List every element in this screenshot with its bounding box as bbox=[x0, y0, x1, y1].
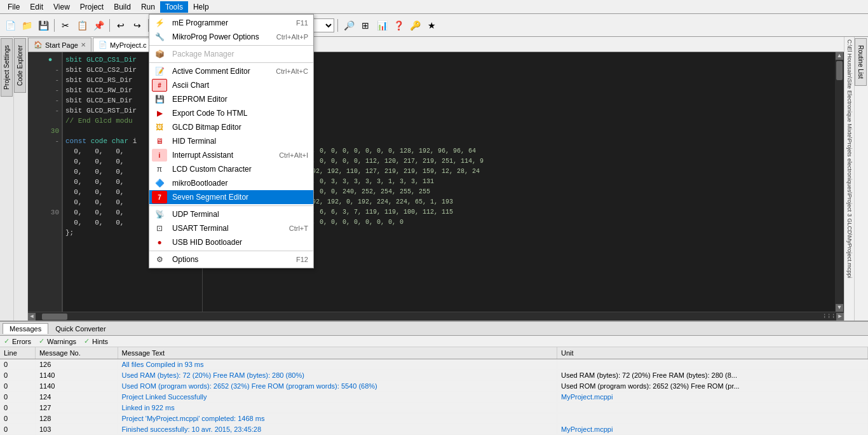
menu-item-hid-terminal[interactable]: 🖥 HID Terminal bbox=[149, 134, 313, 148]
me-programmer-label: mE Programmer bbox=[172, 18, 228, 27]
glcd-bitmap-label: GLCD Bitmap Editor bbox=[172, 123, 241, 132]
seven-segment-icon: 7 bbox=[152, 191, 167, 204]
menu-item-package-manager: 📦 Package Manager bbox=[149, 47, 313, 61]
hid-terminal-icon: 🖥 bbox=[152, 135, 167, 148]
eeprom-editor-label: EEPROM Editor bbox=[172, 95, 227, 104]
menu-item-udp-terminal[interactable]: 📡 UDP Terminal bbox=[149, 207, 313, 221]
ascii-chart-label: Ascii Chart bbox=[172, 81, 209, 90]
mikroprog-options-shortcut: Ctrl+Alt+P bbox=[276, 33, 308, 41]
usart-terminal-icon: ⊡ bbox=[152, 222, 167, 235]
menu-separator bbox=[149, 62, 313, 63]
menu-separator bbox=[149, 45, 313, 46]
active-comment-label: Active Comment Editor bbox=[172, 67, 250, 76]
interrupt-assistant-icon: i bbox=[152, 149, 167, 162]
menu-item-lcd-custom[interactable]: π LCD Custom Character bbox=[149, 162, 313, 176]
glcd-bitmap-icon: 🖼 bbox=[152, 121, 167, 134]
menu-item-usart-terminal[interactable]: ⊡ USART Terminal Ctrl+T bbox=[149, 221, 313, 235]
mikroprog-options-icon: 🔧 bbox=[152, 31, 167, 43]
menu-item-interrupt-assistant[interactable]: i Interrupt Assistant Ctrl+Alt+I bbox=[149, 148, 313, 162]
mikroprog-options-label: MikroProg Power Options bbox=[172, 32, 259, 41]
lcd-custom-label: LCD Custom Character bbox=[172, 165, 252, 174]
menu-item-active-comment[interactable]: 📝 Active Comment Editor Ctrl+Alt+C bbox=[149, 64, 313, 78]
usb-hid-bootloader-label: USB HID Bootloader bbox=[172, 238, 242, 247]
active-comment-icon: 📝 bbox=[152, 65, 167, 78]
tools-dropdown-menu: ⚡ mE Programmer F11 🔧 MikroProg Power Op… bbox=[149, 14, 314, 268]
hid-terminal-label: HID Terminal bbox=[172, 137, 216, 146]
eeprom-editor-icon: 💾 bbox=[152, 93, 167, 106]
interrupt-assistant-shortcut: Ctrl+Alt+I bbox=[279, 151, 308, 159]
menu-item-export-html[interactable]: ▶ Export Code To HTML bbox=[149, 106, 313, 120]
udp-terminal-icon: 📡 bbox=[152, 208, 167, 221]
usart-terminal-shortcut: Ctrl+T bbox=[289, 224, 308, 232]
usb-hid-bootloader-icon: ● bbox=[152, 236, 167, 249]
menu-item-options[interactable]: ⚙ Options F12 bbox=[149, 252, 313, 266]
menu-item-mikrobootloader[interactable]: 🔷 mikroBootloader bbox=[149, 176, 313, 190]
ascii-chart-icon: # bbox=[152, 79, 167, 92]
menu-item-eeprom-editor[interactable]: 💾 EEPROM Editor bbox=[149, 92, 313, 106]
lcd-custom-icon: π bbox=[152, 163, 167, 176]
options-label: Options bbox=[172, 255, 198, 264]
seven-segment-label: Seven Segment Editor bbox=[172, 193, 248, 202]
package-manager-label: Package Manager bbox=[172, 50, 234, 59]
mikrobootloader-icon: 🔷 bbox=[152, 177, 167, 190]
udp-terminal-label: UDP Terminal bbox=[172, 210, 219, 219]
active-comment-shortcut: Ctrl+Alt+C bbox=[276, 67, 308, 75]
options-icon: ⚙ bbox=[152, 253, 167, 266]
menu-overlay[interactable] bbox=[0, 0, 868, 435]
menu-item-seven-segment[interactable]: 7 Seven Segment Editor bbox=[149, 190, 313, 204]
export-html-icon: ▶ bbox=[152, 107, 167, 120]
package-manager-icon: 📦 bbox=[152, 48, 167, 60]
me-programmer-icon: ⚡ bbox=[152, 17, 167, 29]
me-programmer-shortcut: F11 bbox=[296, 19, 308, 27]
export-html-label: Export Code To HTML bbox=[172, 109, 248, 118]
menu-separator bbox=[149, 251, 313, 251]
mikrobootloader-label: mikroBootloader bbox=[172, 179, 227, 188]
menu-item-ascii-chart[interactable]: # Ascii Chart bbox=[149, 78, 313, 92]
menu-item-mikroprog-options[interactable]: 🔧 MikroProg Power Options Ctrl+Alt+P bbox=[149, 30, 313, 44]
interrupt-assistant-label: Interrupt Assistant bbox=[172, 151, 233, 160]
usart-terminal-label: USART Terminal bbox=[172, 224, 229, 233]
menu-separator bbox=[149, 205, 313, 206]
menu-item-me-programmer[interactable]: ⚡ mE Programmer F11 bbox=[149, 16, 313, 30]
options-shortcut: F12 bbox=[296, 256, 308, 263]
menu-item-glcd-bitmap[interactable]: 🖼 GLCD Bitmap Editor bbox=[149, 120, 313, 134]
menu-item-usb-hid-bootloader[interactable]: ● USB HID Bootloader bbox=[149, 235, 313, 249]
